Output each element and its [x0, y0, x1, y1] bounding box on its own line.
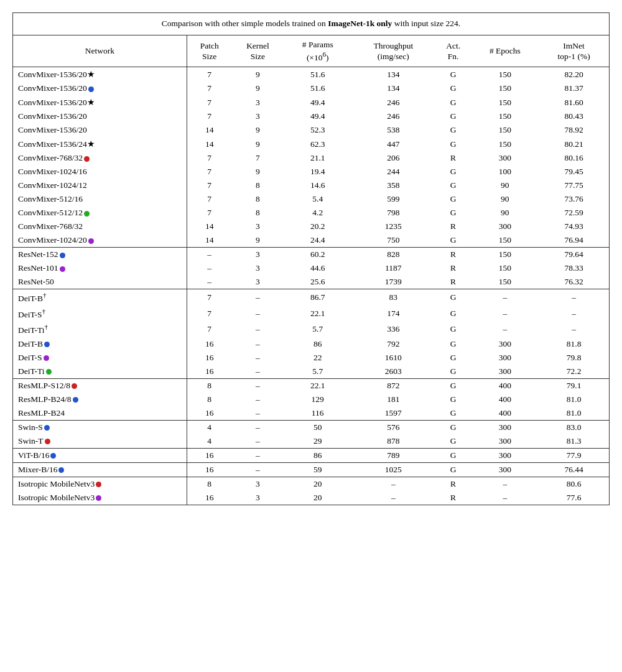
cell-act: G — [435, 137, 471, 151]
cell-act: G — [435, 165, 471, 179]
cell-act: G — [435, 82, 471, 95]
cell-throughput: 206 — [351, 151, 435, 165]
cell-epochs: 150 — [471, 110, 539, 123]
cell-top1: 80.43 — [539, 110, 609, 123]
table-row: ConvMixer-1024/2014924.4750G15076.94 — [13, 233, 609, 248]
table-row: DeiT-B†7–86.783G–– — [13, 289, 609, 306]
cell-top1: 78.92 — [539, 123, 609, 137]
cell-act: G — [435, 206, 471, 220]
cell-patch: – — [187, 261, 231, 275]
cell-patch: 7 — [187, 289, 231, 306]
table-row: Mixer-B/1616–591025G30076.44 — [13, 462, 609, 477]
cell-epochs: 400 — [471, 393, 539, 406]
cell-top1: 81.37 — [539, 82, 609, 95]
cell-patch: 16 — [187, 365, 231, 379]
cell-params: 21.1 — [284, 151, 351, 165]
cell-kernel: – — [232, 393, 284, 406]
cell-params: 4.2 — [284, 206, 351, 220]
cell-top1: 72.59 — [539, 206, 609, 220]
table-row: ConvMixer-1536/207349.4246G15080.43 — [13, 110, 609, 123]
cell-throughput: 246 — [351, 95, 435, 110]
cell-kernel: 9 — [232, 137, 284, 151]
cell-throughput: 789 — [351, 448, 435, 462]
cell-epochs: – — [471, 491, 539, 505]
table-row: ConvMixer-512/12784.2798G9072.59 — [13, 206, 609, 220]
cell-patch: 4 — [187, 420, 231, 434]
cell-throughput: – — [351, 477, 435, 491]
cell-patch: 7 — [187, 165, 231, 179]
cell-epochs: 300 — [471, 220, 539, 233]
table-row: ResMLP-B2416–1161597G40081.0 — [13, 406, 609, 421]
cell-throughput: 447 — [351, 137, 435, 151]
cell-throughput: 134 — [351, 67, 435, 82]
table-row: ConvMixer-768/327721.1206R30080.16 — [13, 151, 609, 165]
table-row: ConvMixer-1536/207951.6134G15081.37 — [13, 82, 609, 95]
col-header-act: Act.Fn. — [435, 35, 471, 67]
cell-patch: 7 — [187, 192, 231, 206]
cell-kernel: – — [232, 420, 284, 434]
cell-params: 5.7 — [284, 365, 351, 379]
table-row: ConvMixer-768/3214320.21235R30074.93 — [13, 220, 609, 233]
col-header-kernel: KernelSize — [232, 35, 284, 67]
table-row: ConvMixer-1536/2014952.3538G15078.92 — [13, 123, 609, 137]
cell-epochs: 150 — [471, 82, 539, 95]
table-row: DeiT-Ti16–5.72603G30072.2 — [13, 365, 609, 379]
cell-epochs: 400 — [471, 378, 539, 393]
cell-patch: 7 — [187, 321, 231, 337]
cell-top1: 82.20 — [539, 67, 609, 82]
cell-network-name: Swin-T — [13, 434, 187, 449]
cell-network-name: ResMLP-B24/8 — [13, 393, 187, 406]
cell-network-name: ConvMixer-1536/20 — [13, 123, 187, 137]
cell-params: 20.2 — [284, 220, 351, 233]
cell-patch: 16 — [187, 406, 231, 421]
cell-params: 24.4 — [284, 233, 351, 248]
cell-epochs: 90 — [471, 192, 539, 206]
cell-patch: 7 — [187, 151, 231, 165]
cell-kernel: 3 — [232, 261, 284, 275]
cell-params: 5.4 — [284, 192, 351, 206]
cell-network-name: DeiT-Ti† — [13, 321, 187, 337]
cell-throughput: 878 — [351, 434, 435, 449]
cell-top1: – — [539, 289, 609, 306]
cell-kernel: 8 — [232, 206, 284, 220]
cell-kernel: 3 — [232, 477, 284, 491]
cell-network-name: ResNet-152 — [13, 248, 187, 262]
cell-network-name: Isotropic MobileNetv3 — [13, 477, 187, 491]
cell-top1: 77.9 — [539, 448, 609, 462]
cell-params: 60.2 — [284, 248, 351, 262]
cell-act: G — [435, 337, 471, 351]
cell-top1: 72.2 — [539, 365, 609, 379]
cell-params: 51.6 — [284, 82, 351, 95]
cell-epochs: 400 — [471, 406, 539, 421]
table-row: ConvMixer-512/16785.4599G9073.76 — [13, 192, 609, 206]
cell-act: G — [435, 393, 471, 406]
table-row: DeiT-Ti†7–5.7336G–– — [13, 321, 609, 337]
cell-network-name: ConvMixer-512/16 — [13, 192, 187, 206]
cell-kernel: – — [232, 365, 284, 379]
cell-network-name: ResNet-50 — [13, 275, 187, 289]
cell-throughput: 83 — [351, 289, 435, 306]
cell-params: 20 — [284, 477, 351, 491]
cell-act: G — [435, 306, 471, 322]
cell-throughput: 246 — [351, 110, 435, 123]
cell-kernel: 8 — [232, 192, 284, 206]
cell-network-name: ResMLP-B24 — [13, 406, 187, 421]
cell-network-name: ConvMixer-1024/12 — [13, 179, 187, 192]
cell-network-name: DeiT-S† — [13, 306, 187, 322]
cell-top1: – — [539, 321, 609, 337]
table-row: ConvMixer-1536/20★7349.4246G15081.60 — [13, 95, 609, 110]
cell-params: 44.6 — [284, 261, 351, 275]
cell-kernel: 9 — [232, 67, 284, 82]
cell-network-name: ConvMixer-1536/20★ — [13, 95, 187, 110]
cell-epochs: 100 — [471, 165, 539, 179]
cell-throughput: 872 — [351, 378, 435, 393]
cell-patch: 7 — [187, 179, 231, 192]
cell-patch: 7 — [187, 206, 231, 220]
cell-network-name: DeiT-B† — [13, 289, 187, 306]
cell-patch: 8 — [187, 393, 231, 406]
cell-network-name: ConvMixer-1536/20★ — [13, 67, 187, 82]
cell-params: 22.1 — [284, 306, 351, 322]
cell-patch: 14 — [187, 123, 231, 137]
cell-top1: 76.44 — [539, 462, 609, 477]
cell-act: G — [435, 378, 471, 393]
